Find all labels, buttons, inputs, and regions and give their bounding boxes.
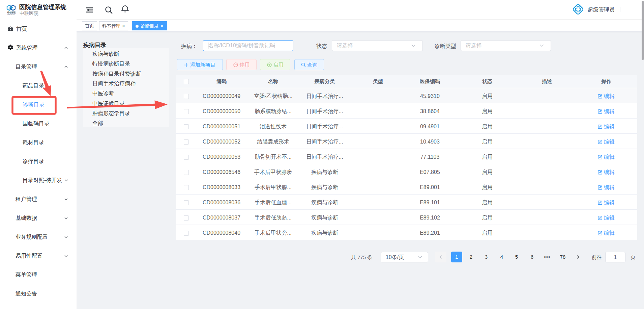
svg-text:经创智联: 经创智联 — [7, 11, 16, 14]
svg-text:HEALTH LINE: HEALTH LINE — [7, 14, 15, 15]
